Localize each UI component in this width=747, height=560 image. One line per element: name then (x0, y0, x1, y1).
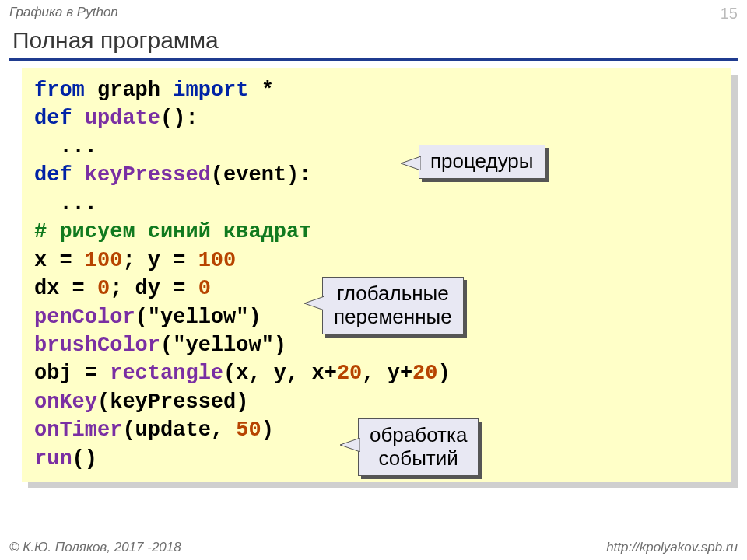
comment: # рисуем синий квадрат (34, 220, 311, 243)
paren: (): (160, 107, 198, 130)
svg-marker-2 (340, 438, 360, 452)
ellipsis: ... (34, 135, 97, 159)
callout-events: обработка событий (358, 418, 479, 476)
svg-marker-0 (401, 156, 421, 170)
callout-text-l2: переменные (334, 305, 452, 328)
svg-marker-1 (304, 296, 324, 310)
fn-update: update (85, 107, 160, 130)
kw-import: import (173, 79, 248, 102)
callout-text-l1: глобальные (337, 282, 449, 305)
pointer-icon (340, 438, 360, 452)
slide-title: Полная программа (0, 24, 747, 58)
callout-text: процедуры (430, 149, 534, 173)
callout-globals: глобальные переменные (322, 277, 464, 334)
module-name: graph (97, 79, 160, 102)
kw-def: def (34, 107, 72, 130)
arg: (keyPressed) (97, 390, 248, 414)
pointer-icon (304, 296, 324, 310)
num: 0 (198, 277, 211, 300)
num: 20 (412, 362, 437, 385)
callout-text-l1: обработка (370, 423, 467, 446)
code-block: from graph import * def update(): ... de… (22, 68, 731, 482)
kw-from: from (34, 79, 85, 102)
fn-onkey: onKey (34, 390, 97, 414)
title-underline (9, 58, 738, 61)
page-number: 15 (721, 5, 738, 23)
footer-url: http://kpolyakov.spb.ru (606, 540, 738, 555)
fn-keypressed: keyPressed (85, 163, 211, 187)
arg: ("yellow") (135, 306, 261, 329)
header-bar: Графика в Python 15 (0, 0, 747, 24)
footer-copyright: © К.Ю. Поляков, 2017 -2018 (9, 540, 181, 555)
fn-run: run (34, 447, 72, 471)
footer: © К.Ю. Поляков, 2017 -2018 http://kpolya… (9, 540, 738, 555)
assign: ; dy = (110, 277, 198, 300)
fn-brushcolor: brushColor (34, 334, 160, 357)
num: 0 (97, 277, 110, 300)
assign: obj = (34, 362, 110, 385)
fn-pencolor: penColor (34, 306, 135, 329)
assign: x = (34, 249, 85, 272)
arg: ("yellow") (160, 334, 286, 357)
callout-text-l2: событий (379, 446, 458, 470)
assign: dx = (34, 277, 97, 300)
callout-procedures: процедуры (419, 145, 545, 179)
arg: ) (438, 362, 451, 385)
arg: , y+ (362, 362, 412, 385)
header-category: Графика в Python (9, 5, 118, 23)
kw-def: def (34, 163, 72, 187)
arg: () (72, 447, 97, 471)
arg: ) (261, 418, 274, 442)
num: 20 (337, 362, 362, 385)
assign: ; y = (122, 249, 198, 272)
num: 100 (85, 249, 123, 272)
num: 100 (198, 249, 237, 272)
arg: (update, (122, 418, 236, 442)
paren: (event): (211, 163, 312, 187)
arg: (x, y, x+ (223, 362, 337, 385)
fn-rectangle: rectangle (110, 362, 223, 385)
star: * (261, 79, 274, 102)
ellipsis: ... (34, 192, 97, 215)
pointer-icon (401, 156, 421, 170)
fn-ontimer: onTimer (34, 418, 122, 442)
num: 50 (236, 418, 261, 442)
